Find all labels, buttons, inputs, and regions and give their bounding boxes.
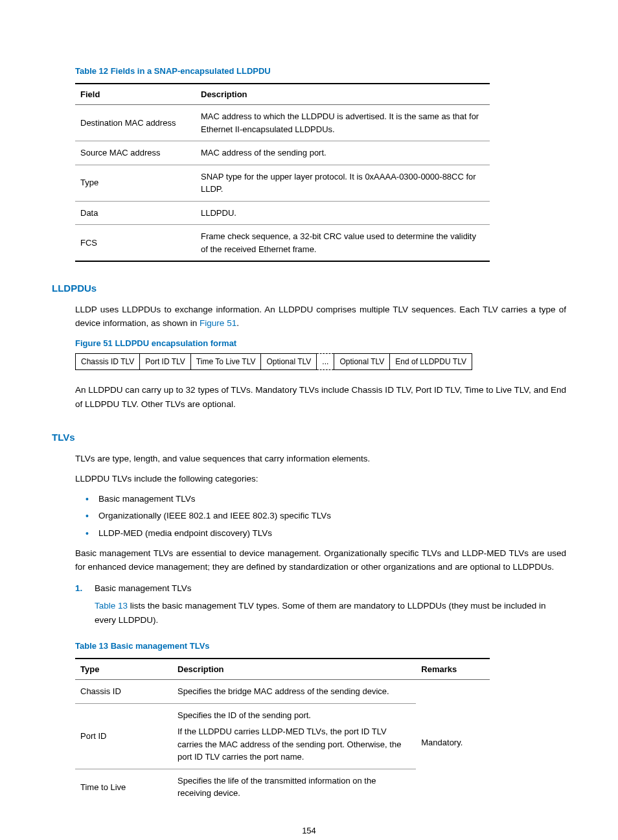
table-link[interactable]: Table 13: [95, 601, 128, 611]
numbered-item: 1.Basic management TLVs: [75, 582, 566, 595]
table-cell: Data: [75, 201, 196, 225]
table12: Field Description Destination MAC addres…: [75, 83, 490, 262]
fig-ellipsis: ...: [317, 353, 334, 370]
numbered-body: Table 13 lists the basic management TLV …: [95, 599, 566, 627]
table-cell: LLDPDU.: [196, 201, 490, 225]
text: LLDP uses LLDPDUs to exchange informatio…: [75, 305, 566, 329]
table13-header-remarks: Remarks: [416, 659, 490, 680]
paragraph: Basic management TLVs are essential to d…: [75, 546, 566, 574]
table-cell: Frame check sequence, a 32-bit CRC value…: [196, 225, 490, 262]
table13-header-description: Description: [172, 659, 416, 680]
table13: Type Description Remarks Chassis ID Spec…: [75, 658, 490, 805]
table13-caption: Table 13 Basic management TLVs: [75, 640, 566, 653]
table-cell-remarks: Mandatory.: [416, 680, 490, 805]
table12-header-field: Field: [75, 84, 196, 105]
fig-cell: End of LLDPDU TLV: [390, 353, 472, 370]
table-row: Chassis ID Specifies the bridge MAC addr…: [75, 680, 490, 704]
fig-cell: Optional TLV: [334, 353, 390, 370]
table-row: Source MAC address MAC address of the se…: [75, 141, 490, 165]
table-cell: Specifies the ID of the sending port. If…: [172, 703, 416, 769]
figure51: Chassis ID TLV Port ID TLV Time To Live …: [75, 353, 566, 370]
paragraph: LLDPDU TLVs include the following catego…: [75, 472, 566, 486]
table-cell: Type: [75, 165, 196, 201]
paragraph: TLVs are type, length, and value sequenc…: [75, 452, 566, 466]
table-cell: SNAP type for the upper layer protocol. …: [196, 165, 490, 201]
list-item: LLDP-MED (media endpoint discovery) TLVs: [98, 527, 566, 540]
text: .: [236, 318, 239, 328]
section-heading-tlvs: TLVs: [52, 430, 566, 445]
table-cell: Specifies the life of the transmitted in…: [172, 769, 416, 805]
table-cell: Time to Live: [75, 769, 172, 805]
table-cell: Chassis ID: [75, 680, 172, 704]
table-row: Type SNAP type for the upper layer proto…: [75, 165, 490, 201]
text: lists the basic management TLV types. So…: [95, 601, 546, 625]
paragraph: LLDP uses LLDPDUs to exchange informatio…: [75, 303, 566, 331]
fig-cell: Port ID TLV: [140, 353, 191, 370]
page-number: 154: [52, 824, 566, 837]
table12-header-description: Description: [196, 84, 490, 105]
table-row: FCS Frame check sequence, a 32-bit CRC v…: [75, 225, 490, 262]
table12-caption: Table 12 Fields in a SNAP-encapsulated L…: [75, 65, 566, 78]
table-cell: MAC address of the sending port.: [196, 141, 490, 165]
fig-cell: Chassis ID TLV: [75, 353, 140, 370]
table-cell: Source MAC address: [75, 141, 196, 165]
table-cell: Port ID: [75, 703, 172, 769]
table-row: Destination MAC address MAC address to w…: [75, 105, 490, 141]
table-row: Data LLDPDU.: [75, 201, 490, 225]
list-item: Organizationally (IEEE 802.1 and IEEE 80…: [98, 509, 566, 522]
list-item: Basic management TLVs: [98, 493, 566, 506]
list-text: Basic management TLVs: [95, 583, 192, 593]
text: If the LLDPDU carries LLDP-MED TLVs, the…: [177, 725, 411, 764]
table13-header-type: Type: [75, 659, 172, 680]
table-cell: FCS: [75, 225, 196, 262]
figure51-caption: Figure 51 LLDPDU encapsulation format: [75, 337, 566, 350]
table-cell: Destination MAC address: [75, 105, 196, 141]
section-heading-lldpdus: LLDPDUs: [52, 281, 566, 296]
fig-cell: Optional TLV: [261, 353, 317, 370]
fig-cell: Time To Live TLV: [191, 353, 262, 370]
figure-link[interactable]: Figure 51: [200, 318, 236, 328]
table-cell: Specifies the bridge MAC address of the …: [172, 680, 416, 704]
text: Specifies the ID of the sending port.: [177, 709, 411, 722]
table-cell: MAC address to which the LLDPDU is adver…: [196, 105, 490, 141]
bullet-list: Basic management TLVs Organizationally (…: [98, 493, 566, 540]
paragraph: An LLDPDU can carry up to 32 types of TL…: [75, 383, 566, 411]
list-number: 1.: [75, 582, 95, 595]
